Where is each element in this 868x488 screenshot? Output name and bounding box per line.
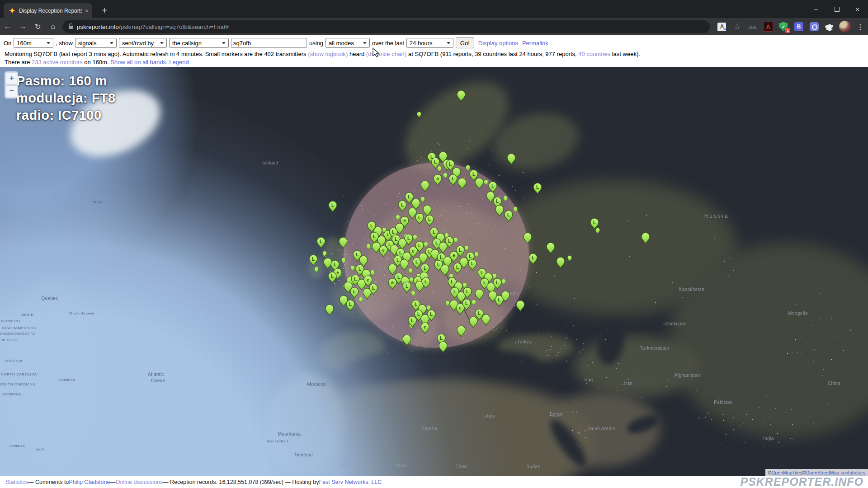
- map-label: Hamilton: [59, 378, 75, 382]
- forward-icon[interactable]: →: [15, 22, 30, 31]
- map-label: Pakistan: [714, 400, 733, 405]
- zoom-in-button[interactable]: +: [6, 73, 18, 84]
- text-link[interactable]: Fast Serv Networks, LLC: [319, 479, 382, 485]
- map-label: Quebec: [41, 296, 58, 301]
- text-link[interactable]: 40 countries: [578, 51, 610, 57]
- map-attribution: © OpenMapTiles © OpenStreetMap contribut…: [765, 469, 868, 476]
- reception-range-circle: [344, 163, 529, 348]
- period-select[interactable]: 24 hours: [406, 38, 453, 48]
- modes-select[interactable]: all modes: [326, 38, 370, 48]
- chevron-down-icon: [447, 42, 450, 44]
- status-text: Monitoring SQ7OFB (last report 3 mins ag…: [5, 51, 308, 57]
- tab-close-icon[interactable]: ×: [85, 7, 89, 14]
- map-label: Egypt: [550, 412, 562, 417]
- translate-icon[interactable]: Aa: [714, 20, 730, 33]
- lock-icon: [69, 26, 73, 29]
- map-label: Iraq: [585, 377, 593, 382]
- chevron-down-icon: [47, 42, 50, 44]
- map-label: Afghanistan: [674, 373, 700, 378]
- over-last-label: over the last: [372, 40, 404, 47]
- mouse-cursor: [373, 48, 381, 58]
- map-label: China: [828, 381, 840, 386]
- callsign-by-select[interactable]: the callsign: [169, 38, 229, 48]
- map-label: VERMONT: [1, 319, 21, 323]
- map-label: Senegal: [295, 452, 313, 457]
- pskreporter-watermark: PSKREPORTER.INFO: [740, 476, 863, 488]
- status-text: at SQ7OFB (911 reports, 39 countries las…: [406, 51, 578, 57]
- text-link[interactable]: 233 active monitors: [32, 59, 83, 66]
- password-manager-icon[interactable]: B: [791, 20, 807, 33]
- text-link[interactable]: Statistics: [5, 479, 28, 485]
- text-link[interactable]: Online discussions: [116, 479, 163, 485]
- new-tab-button[interactable]: +: [99, 5, 110, 16]
- text-link[interactable]: (show logbook): [308, 51, 348, 57]
- map-label: Morocco: [307, 382, 326, 387]
- sentrcvd-select[interactable]: sent/rcvd by: [119, 38, 167, 48]
- extensions-puzzle-icon[interactable]: [822, 20, 837, 33]
- chevron-down-icon: [222, 42, 226, 44]
- bookmark-star-icon[interactable]: ☆: [730, 20, 745, 33]
- chevron-down-icon: [110, 42, 113, 44]
- status-text: — Reception records: 16,128,551,078 (399…: [163, 479, 319, 485]
- maximize-button[interactable]: [826, 2, 847, 16]
- tab-title: Display Reception Reports: [19, 8, 82, 14]
- chevron-down-icon: [363, 42, 367, 44]
- map-label: Mongolia: [788, 311, 808, 316]
- extension-icons: Aa ☆ Λ ✓1 B ⋮: [714, 20, 868, 33]
- map-label: Libya: [483, 413, 495, 418]
- display-options-link[interactable]: Display options: [478, 40, 518, 47]
- browser-window: Display Reception Reports × + × ← → ↻ ⌂ …: [0, 0, 868, 488]
- home-icon[interactable]: ⌂: [45, 22, 60, 31]
- text-link[interactable]: OpenStreetMap contributors: [806, 470, 865, 475]
- map-label: Mauritania: [278, 432, 301, 436]
- map-label: Algeria: [422, 426, 437, 431]
- map-label: Haiti: [35, 447, 44, 451]
- overlay-mode-line: modulacja: FT8: [16, 89, 116, 107]
- browser-address-bar: ← → ↻ ⌂ pskreporter.info/pskmap?callsign…: [0, 18, 868, 35]
- text-link[interactable]: Legend: [169, 59, 189, 66]
- band-select[interactable]: 160m: [14, 38, 53, 48]
- hidden-extension-icon[interactable]: [745, 20, 760, 33]
- browser-menu-icon[interactable]: ⋮: [853, 20, 868, 33]
- browser-tab[interactable]: Display Reception Reports ×: [4, 3, 92, 18]
- map-label: Mali: [340, 462, 349, 467]
- callsign-input[interactable]: [231, 38, 307, 48]
- map-label: Nuuk: [92, 200, 102, 204]
- status-text: —: [110, 479, 116, 485]
- map-label: India: [763, 436, 774, 441]
- text-link[interactable]: Philip Gladstone: [69, 479, 110, 485]
- footer-bar: Statistics — Comments to Philip Gladston…: [0, 476, 868, 488]
- chevron-down-icon: [160, 42, 164, 44]
- map-label: NEW YORK: [0, 338, 18, 342]
- close-button[interactable]: ×: [847, 2, 868, 16]
- map-label: Turkey: [517, 339, 532, 344]
- reception-map[interactable]: IcelandRussiaKazakhstanMongoliaChinaIndi…: [0, 67, 868, 476]
- on-label: On: [4, 40, 11, 47]
- status-text: — Comments to: [28, 479, 69, 485]
- signals-select[interactable]: signals: [75, 38, 117, 48]
- go-button[interactable]: Go!: [456, 38, 474, 48]
- page-url: pskreporter.info/pskmap?callsign=sq7ofb&…: [77, 23, 229, 30]
- adobe-acrobat-icon[interactable]: Λ: [760, 20, 776, 33]
- minimize-button[interactable]: [806, 2, 826, 16]
- map-label: Chad: [455, 464, 467, 469]
- map-zoom-controls: + −: [5, 71, 18, 99]
- map-label: Jamaica: [9, 444, 25, 448]
- monitors-status-line: There are 233 active monitors on 160m. S…: [0, 59, 868, 67]
- antivirus-shield-icon[interactable]: ✓1: [776, 20, 791, 33]
- url-omnibox[interactable]: pskreporter.info/pskmap?callsign=sq7ofb&…: [62, 20, 710, 33]
- profile-avatar[interactable]: [837, 20, 853, 33]
- overlay-band-line: Pasmo: 160 m: [16, 72, 116, 89]
- text-link[interactable]: Show all on all bands.: [110, 59, 167, 66]
- shield-badge: 1: [785, 28, 790, 33]
- band-overlay-text: Pasmo: 160 m modulacja: FT8 radio: IC710…: [16, 72, 116, 124]
- screenshot-camera-icon[interactable]: [807, 20, 822, 33]
- status-text: There are: [5, 59, 32, 66]
- zoom-out-button[interactable]: −: [6, 85, 18, 97]
- reload-icon[interactable]: ↻: [30, 22, 45, 32]
- back-icon[interactable]: ←: [0, 22, 15, 31]
- permalink-link[interactable]: Permalink: [522, 40, 548, 47]
- text-link[interactable]: OpenMapTiles: [771, 470, 802, 475]
- map-label: Niger: [396, 463, 407, 468]
- browser-tab-bar: Display Reception Reports × + ×: [0, 0, 868, 18]
